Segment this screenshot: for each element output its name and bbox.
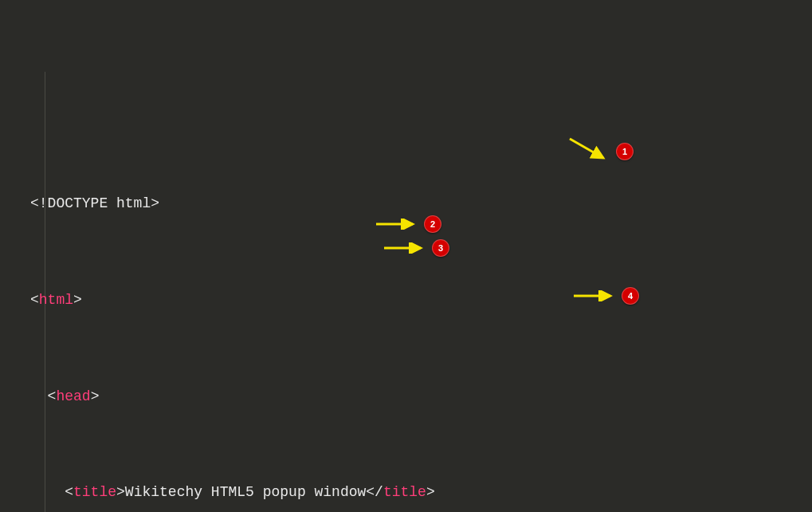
arrow-icon <box>375 219 419 230</box>
annotation-1: 1 <box>567 136 634 167</box>
annotation-badge: 1 <box>616 143 634 160</box>
annotation-badge: 3 <box>432 239 449 257</box>
code-line: <title>Wikitechy HTML5 popup window</tit… <box>30 480 782 504</box>
annotation-2: 2 <box>375 215 441 233</box>
annotation-4: 4 <box>572 287 639 305</box>
code-line: <head> <box>30 384 782 408</box>
svg-line-0 <box>570 139 603 158</box>
arrow-icon <box>382 242 427 254</box>
code-line: <!DOCTYPE html> <box>30 191 782 215</box>
annotation-badge: 2 <box>424 215 441 233</box>
annotation-badge: 4 <box>622 287 639 305</box>
arrow-icon <box>572 290 617 301</box>
doctype: <!DOCTYPE html> <box>30 195 159 211</box>
code-line: <html> <box>30 288 782 312</box>
code-editor: <!DOCTYPE html> <html> <head> <title>Wik… <box>0 0 812 512</box>
arrow-icon <box>567 136 611 167</box>
annotation-3: 3 <box>382 239 449 257</box>
